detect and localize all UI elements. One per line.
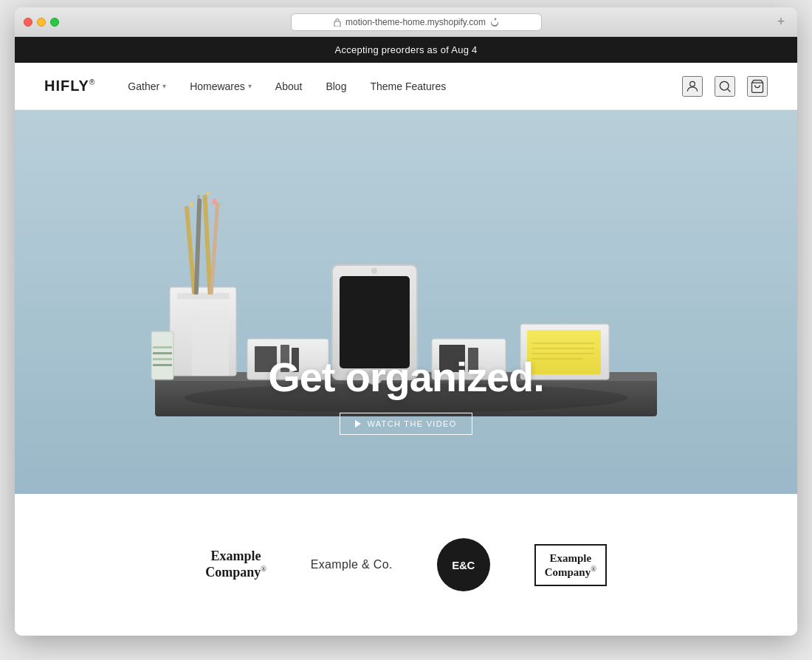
svg-point-2 bbox=[720, 81, 729, 90]
watch-video-label: WATCH THE VIDEO bbox=[367, 419, 456, 428]
hero-image bbox=[15, 110, 797, 494]
hero-text-overlay: Get organized. WATCH THE VIDEO bbox=[15, 353, 797, 435]
header-icons bbox=[682, 76, 768, 97]
address-input[interactable]: motion-theme-home.myshopify.com bbox=[291, 13, 542, 31]
watch-video-button[interactable]: WATCH THE VIDEO bbox=[340, 413, 472, 435]
lock-icon bbox=[334, 18, 341, 27]
svg-point-1 bbox=[690, 81, 695, 86]
nav-item-blog[interactable]: Blog bbox=[315, 75, 357, 98]
traffic-lights bbox=[24, 18, 59, 27]
brand-logo-3: E&C bbox=[437, 538, 490, 591]
svg-rect-17 bbox=[213, 199, 217, 204]
nav-item-about[interactable]: About bbox=[265, 75, 313, 98]
site-header: HIFLY® Gather ▾ Homewares ▾ bbox=[15, 63, 797, 110]
cart-icon bbox=[750, 79, 765, 94]
search-button[interactable] bbox=[715, 76, 735, 97]
nav-item-homewares[interactable]: Homewares ▾ bbox=[179, 75, 262, 98]
brands-section: Example Company® Example & Co. E&C Examp… bbox=[15, 494, 797, 636]
account-icon bbox=[685, 79, 700, 94]
chevron-down-icon: ▾ bbox=[248, 82, 252, 90]
hero-title: Get organized. bbox=[268, 353, 543, 401]
close-button[interactable] bbox=[24, 18, 32, 27]
browser-address-bar: motion-theme-home.myshopify.com bbox=[65, 13, 768, 31]
announcement-bar: Accepting preorders as of Aug 4 bbox=[15, 37, 797, 63]
svg-point-30 bbox=[371, 268, 377, 274]
svg-rect-20 bbox=[153, 346, 172, 348]
svg-line-3 bbox=[728, 89, 731, 92]
brand-logo-4: Example Company® bbox=[534, 544, 607, 586]
svg-rect-15 bbox=[207, 191, 210, 195]
svg-rect-0 bbox=[334, 21, 340, 27]
hero-scene bbox=[15, 110, 797, 494]
brand-text-plain: Example & Co. bbox=[311, 558, 393, 571]
svg-rect-39 bbox=[531, 343, 594, 344]
maximize-button[interactable] bbox=[50, 18, 59, 27]
url-text: motion-theme-home.myshopify.com bbox=[345, 17, 486, 27]
site-logo[interactable]: HIFLY® bbox=[44, 78, 95, 94]
announcement-text: Accepting preorders as of Aug 4 bbox=[334, 44, 477, 55]
brand-badge: E&C bbox=[437, 538, 490, 591]
brand-logo-1: Example Company® bbox=[205, 549, 266, 580]
cart-button[interactable] bbox=[747, 76, 768, 97]
svg-rect-40 bbox=[531, 348, 594, 349]
brand-logo-2: Example & Co. bbox=[311, 558, 393, 571]
brand-boxed: Example Company® bbox=[534, 544, 607, 586]
chevron-down-icon: ▾ bbox=[162, 82, 166, 90]
account-button[interactable] bbox=[682, 76, 703, 97]
play-icon bbox=[355, 420, 361, 427]
nav-item-theme-features[interactable]: Theme Features bbox=[359, 75, 456, 98]
hero-section: Get organized. WATCH THE VIDEO bbox=[15, 110, 797, 494]
refresh-icon[interactable] bbox=[490, 18, 499, 27]
svg-rect-13 bbox=[197, 195, 200, 199]
main-nav: Gather ▾ Homewares ▾ About Blog bbox=[117, 75, 456, 98]
browser-titlebar: motion-theme-home.myshopify.com + bbox=[15, 7, 797, 37]
header-left: HIFLY® Gather ▾ Homewares ▾ bbox=[44, 75, 456, 98]
search-icon bbox=[718, 79, 732, 94]
minimize-button[interactable] bbox=[37, 18, 46, 27]
browser-window: motion-theme-home.myshopify.com + Accept… bbox=[15, 7, 797, 636]
nav-item-gather[interactable]: Gather ▾ bbox=[117, 75, 176, 98]
new-tab-button[interactable]: + bbox=[774, 15, 788, 30]
svg-rect-11 bbox=[190, 202, 193, 206]
site-wrapper: Accepting preorders as of Aug 4 HIFLY® G… bbox=[15, 37, 797, 636]
svg-rect-9 bbox=[177, 293, 229, 299]
